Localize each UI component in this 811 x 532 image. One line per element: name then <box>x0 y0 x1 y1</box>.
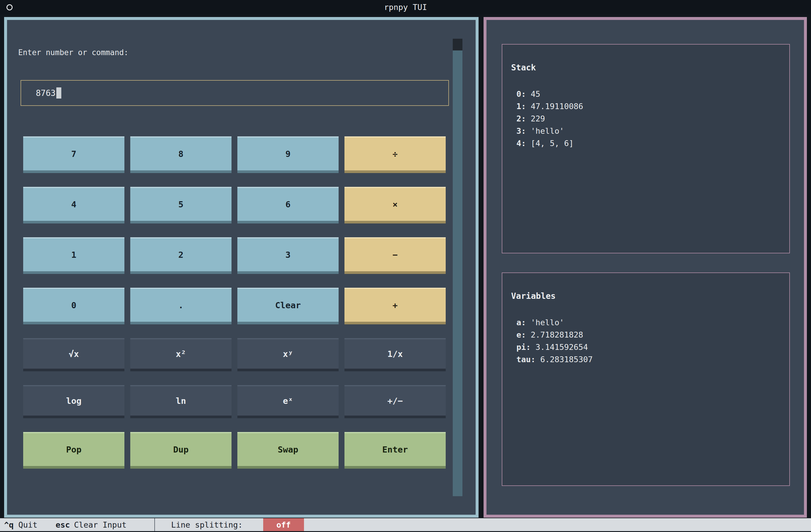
button-0[interactable]: 0 <box>23 288 124 324</box>
shortcut-key-quit[interactable]: ^q <box>4 520 14 529</box>
button-sqrt[interactable]: √x <box>23 338 124 371</box>
footer-bar: ^q Quit esc Clear Input Line splitting: … <box>0 518 811 531</box>
button-8[interactable]: 8 <box>130 136 231 173</box>
command-input[interactable]: 8763 <box>20 80 449 106</box>
button-7[interactable]: 7 <box>23 136 124 173</box>
variables-list: a: 'hello' e: 2.718281828 pi: 3.14159265… <box>516 316 593 366</box>
line-splitting-label: Line splitting: <box>171 520 243 529</box>
footer-divider <box>154 518 155 531</box>
stack-item: 1: 47.19110086 <box>516 100 583 113</box>
app-title: rpnpy TUI <box>384 3 427 12</box>
scrollbar-thumb[interactable] <box>453 39 462 50</box>
stack-title: Stack <box>511 63 536 73</box>
variable-item: pi: 3.141592654 <box>516 341 593 354</box>
text-cursor <box>56 88 61 98</box>
button-reciprocal[interactable]: 1/x <box>345 338 446 371</box>
command-input-value: 8763 <box>36 88 56 98</box>
button-3[interactable]: 3 <box>238 237 339 274</box>
button-pop[interactable]: Pop <box>23 432 124 469</box>
button-subtract[interactable]: − <box>345 237 446 274</box>
variable-item: tau: 6.283185307 <box>516 354 593 366</box>
button-swap[interactable]: Swap <box>238 432 339 469</box>
button-power[interactable]: xʸ <box>238 338 339 371</box>
button-grid: 7 8 9 ÷ 4 5 6 × 1 2 3 − 0 . Clear + √x x… <box>23 136 446 469</box>
button-exp[interactable]: eˣ <box>238 385 339 418</box>
button-add[interactable]: + <box>345 288 446 324</box>
scrollbar[interactable] <box>453 39 462 496</box>
button-divide[interactable]: ÷ <box>345 136 446 173</box>
stack-item: 4: [4, 5, 6] <box>516 137 583 150</box>
shortcut-label-quit[interactable]: Quit <box>18 520 37 529</box>
button-decimal[interactable]: . <box>130 288 231 324</box>
button-square[interactable]: x² <box>130 338 231 371</box>
button-dup[interactable]: Dup <box>130 432 231 469</box>
input-prompt-label: Enter number or command: <box>18 48 128 57</box>
variable-item: a: 'hello' <box>516 316 593 329</box>
variables-title: Variables <box>511 291 556 301</box>
button-9[interactable]: 9 <box>238 136 339 173</box>
button-multiply[interactable]: × <box>345 187 446 223</box>
button-clear[interactable]: Clear <box>238 288 339 324</box>
line-splitting-toggle[interactable]: off <box>263 518 304 531</box>
button-2[interactable]: 2 <box>130 237 231 274</box>
button-enter[interactable]: Enter <box>345 432 446 469</box>
button-plus-minus[interactable]: +/− <box>345 385 446 418</box>
variable-item: e: 2.718281828 <box>516 329 593 341</box>
button-4[interactable]: 4 <box>23 187 124 223</box>
shortcut-key-clear-input[interactable]: esc <box>56 520 70 529</box>
stack-panel: Stack 0: 45 1: 47.19110086 2: 229 3: 'he… <box>502 44 790 253</box>
command-palette-icon[interactable] <box>6 4 13 10</box>
button-5[interactable]: 5 <box>130 187 231 223</box>
stack-item: 2: 229 <box>516 113 583 125</box>
variables-panel: Variables a: 'hello' e: 2.718281828 pi: … <box>502 272 790 486</box>
button-6[interactable]: 6 <box>238 187 339 223</box>
calculator-panel: Enter number or command: 8763 7 8 9 ÷ 4 … <box>4 17 478 518</box>
shortcut-label-clear-input[interactable]: Clear Input <box>74 520 126 529</box>
stack-list: 0: 45 1: 47.19110086 2: 229 3: 'hello' 4… <box>516 88 583 150</box>
info-panel: Stack 0: 45 1: 47.19110086 2: 229 3: 'he… <box>484 17 807 518</box>
button-log[interactable]: log <box>23 385 124 418</box>
title-bar: rpnpy TUI <box>0 0 811 14</box>
stack-item: 0: 45 <box>516 88 583 100</box>
button-1[interactable]: 1 <box>23 237 124 274</box>
button-ln[interactable]: ln <box>130 385 231 418</box>
stack-item: 3: 'hello' <box>516 125 583 137</box>
